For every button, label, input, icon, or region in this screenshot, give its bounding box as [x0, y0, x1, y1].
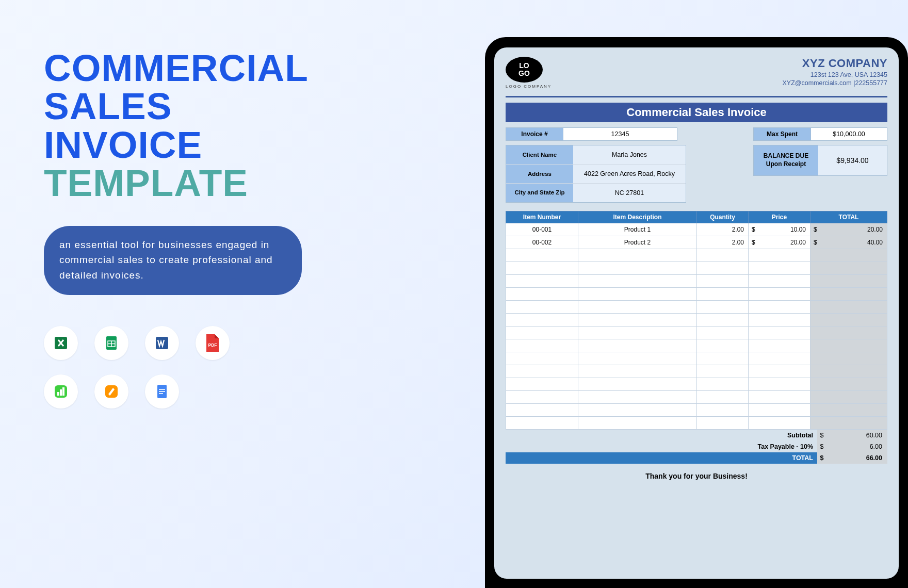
table-row: 00-001Product 12.00$10.00$20.00 — [506, 223, 887, 236]
pdf-icon[interactable]: PDF — [196, 326, 230, 360]
table-row — [506, 417, 887, 430]
docs-icon[interactable] — [145, 374, 179, 409]
balance-due-value: $9,934.00 — [818, 145, 887, 175]
pages-icon[interactable] — [94, 374, 128, 409]
invoice-no-label: Invoice # — [506, 127, 563, 141]
tax-value: 6.00 — [826, 441, 887, 452]
subtotal-label: Subtotal — [506, 430, 817, 441]
promo-panel: COMMERCIAL SALES INVOICE TEMPLATE an ess… — [44, 49, 333, 409]
title-line-1: COMMERCIAL — [44, 49, 333, 87]
balance-due-label: BALANCE DUE Upon Receipt — [754, 145, 818, 175]
table-row — [506, 378, 887, 391]
table-row — [506, 288, 887, 301]
th-total: TOTAL — [810, 211, 887, 223]
divider — [506, 96, 887, 97]
table-row — [506, 301, 887, 314]
table-row — [506, 391, 887, 404]
items-table: Item Number Item Description Quantity Pr… — [506, 211, 887, 430]
th-qty: Quantity — [697, 211, 749, 223]
table-row — [506, 314, 887, 326]
logo-icon: LO GO — [506, 57, 543, 83]
subtotal-value: 60.00 — [826, 430, 887, 441]
svg-rect-8 — [57, 392, 59, 396]
invoice-no-value: 12345 — [563, 127, 677, 141]
excel-icon[interactable] — [44, 326, 78, 360]
svg-rect-9 — [60, 389, 62, 396]
table-row — [506, 275, 887, 288]
city-zip-value: NC 27801 — [573, 184, 686, 202]
max-spent-label: Max Spent — [753, 127, 811, 141]
company-contact: XYZ@commercials.com |222555777 — [782, 79, 887, 87]
table-row — [506, 365, 887, 378]
th-item-desc: Item Description — [578, 211, 697, 223]
description-pill: an essential tool for businesses engaged… — [44, 226, 302, 295]
totals-block: Subtotal $ 60.00 Tax Payable - 10% $ 6.0… — [506, 430, 887, 464]
address-value: 4022 Green Acres Road, Rocky — [573, 165, 686, 183]
svg-rect-10 — [62, 387, 64, 396]
client-name-label: Client Name — [506, 145, 573, 164]
table-row — [506, 249, 887, 262]
th-item-number: Item Number — [506, 211, 578, 223]
format-icons-row-1: PDF — [44, 326, 333, 360]
logo: LO GO LOGO COMPANY — [506, 57, 552, 89]
tablet-device: LO GO LOGO COMPANY XYZ COMPANY 123st 123… — [485, 37, 908, 588]
numbers-icon[interactable] — [44, 374, 78, 409]
client-name-value: Maria Jones — [573, 145, 686, 164]
invoice-title-bar: Commercial Sales Invoice — [506, 103, 887, 122]
table-row — [506, 404, 887, 417]
address-label: Address — [506, 165, 573, 183]
table-row — [506, 326, 887, 339]
company-address: 123st 123 Ave, USA 12345 — [782, 71, 887, 78]
word-icon[interactable] — [145, 326, 179, 360]
title-line-2: SALES — [44, 87, 333, 125]
city-zip-label: City and State Zip — [506, 184, 573, 202]
tablet-screen: LO GO LOGO COMPANY XYZ COMPANY 123st 123… — [494, 47, 899, 579]
company-name: XYZ COMPANY — [782, 57, 887, 70]
table-row — [506, 262, 887, 275]
company-block: XYZ COMPANY 123st 123 Ave, USA 12345 XYZ… — [782, 57, 887, 87]
table-row: 00-002Product 22.00$20.00$40.00 — [506, 236, 887, 249]
total-label: TOTAL — [506, 452, 817, 464]
total-value: 66.00 — [826, 452, 887, 464]
sheets-icon[interactable] — [94, 326, 128, 360]
max-spent-value: $10,000.00 — [811, 127, 887, 141]
table-row — [506, 352, 887, 365]
format-icons-row-2 — [44, 374, 333, 409]
thanks-text: Thank you for your Business! — [506, 472, 887, 480]
tax-label: Tax Payable - 10% — [506, 441, 817, 452]
title-teal: TEMPLATE — [44, 164, 333, 202]
title-line-3: INVOICE — [44, 126, 333, 164]
svg-text:PDF: PDF — [208, 342, 217, 348]
table-row — [506, 339, 887, 352]
logo-subtext: LOGO COMPANY — [506, 84, 552, 89]
th-price: Price — [749, 211, 810, 223]
